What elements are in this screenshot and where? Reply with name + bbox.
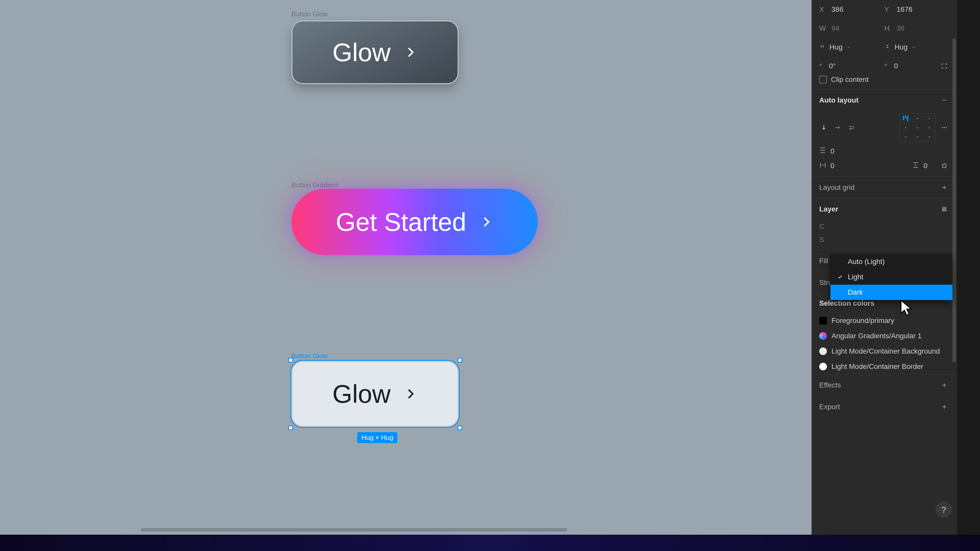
auto-layout-title: Auto layout [819,96,859,104]
dropdown-item-dark[interactable]: Dark [830,285,953,300]
chevron-right-icon [403,387,417,401]
x-value[interactable]: 386 [832,5,843,14]
chevron-down-icon[interactable] [846,43,851,51]
properties-panel: X386 Y1676 W94 H36 Hug Hug 0° 0 [811,0,957,535]
selection-handle-se[interactable] [458,426,462,430]
svg-point-2 [945,127,947,128]
swatch-container-border [819,363,827,370]
alignment-grid[interactable] [899,114,935,141]
direction-wrap-icon[interactable] [847,123,856,132]
horizontal-sizing[interactable]: Hug [829,43,842,51]
independent-corners-icon[interactable] [939,61,950,71]
vertical-padding-icon [912,162,919,170]
dropdown-auto-label: Auto (Light) [848,258,885,266]
dropdown-item-auto[interactable]: Auto (Light) [830,254,953,269]
color-angular-label: Angular Gradients/Angular 1 [832,332,921,340]
color-foreground-label: Foreground/primary [832,317,894,325]
add-effects-button[interactable] [939,380,950,390]
selection-handle-sw[interactable] [288,426,293,430]
swatch-container-bg [819,348,827,355]
rotation-icon [819,62,825,70]
chevron-right-icon [479,215,493,229]
w-value[interactable]: 94 [832,24,839,32]
horizontal-scrollbar[interactable] [141,528,567,532]
hidden-s: S [819,236,824,244]
clip-content-label: Clip content [831,76,869,84]
button-glow-light-text: Glow [332,380,391,409]
dropdown-dark-label: Dark [848,288,863,297]
horizontal-hug-icon [819,43,825,51]
effects-title: Effects [819,381,841,389]
direction-horizontal-icon[interactable] [833,123,842,132]
color-row-container-border[interactable]: Light Mode/Container Border [811,359,957,374]
svg-point-4 [942,207,944,209]
svg-point-6 [942,210,944,211]
color-row-foreground[interactable]: Foreground/primary [811,313,957,328]
button-glow-dark[interactable]: Glow [291,21,458,84]
right-gutter [957,0,980,535]
svg-point-0 [942,127,943,128]
selection-colors-title: Selection colors [819,299,874,307]
vertical-sizing[interactable]: Hug [894,43,907,51]
direction-vertical-icon[interactable] [819,123,829,132]
chevron-right-icon [403,45,417,59]
export-title: Export [819,403,840,411]
vertical-padding-value[interactable]: 0 [923,162,928,170]
horizontal-padding-icon [819,162,826,170]
add-export-button[interactable] [939,402,950,412]
button-glow-light[interactable]: Glow [291,361,458,427]
svg-point-1 [944,127,945,128]
remove-auto-layout-button[interactable] [939,95,950,105]
horizontal-padding-value[interactable]: 0 [830,162,835,170]
fill-title: Fill [819,257,829,265]
color-row-angular[interactable]: Angular Gradients/Angular 1 [811,328,957,344]
selection-handle-ne[interactable] [458,358,462,362]
frame-label-glow-dark: Button Glow [291,10,328,18]
selection-size-badge: Hug × Hug [357,432,397,443]
design-canvas[interactable]: Button Glow Glow Button Gradient Get Sta… [0,0,811,535]
gap-value[interactable]: 0 [830,147,835,156]
chevron-down-icon[interactable] [912,43,916,51]
independent-padding-icon[interactable] [939,161,950,171]
svg-point-5 [945,207,946,209]
swatch-foreground [819,317,827,324]
auto-layout-more-icon[interactable] [939,122,950,133]
y-value[interactable]: 1676 [897,5,912,14]
layer-title: Layer [819,205,838,213]
appearance-dropdown: Auto (Light) Light Dark [830,254,953,300]
corner-radius-icon [884,62,890,70]
y-label: Y [884,5,892,14]
w-label: W [819,24,827,32]
layer-style-icon[interactable] [939,204,950,214]
h-label: H [884,24,892,32]
help-button[interactable]: ? [935,502,952,518]
rotation-value[interactable]: 0° [829,62,836,70]
button-gradient-text: Get Started [336,207,466,237]
hidden-c: C [819,222,824,230]
corner-value[interactable]: 0 [894,62,898,70]
color-container-border-label: Light Mode/Container Border [832,362,923,371]
frame-label-gradient: Button Gradient [291,181,338,189]
taskbar [0,535,980,551]
add-layout-grid-button[interactable] [939,183,950,192]
swatch-angular [819,332,827,340]
clip-content-checkbox[interactable] [819,76,827,83]
color-row-container-bg[interactable]: Light Mode/Container Background [811,344,957,359]
h-value[interactable]: 36 [897,24,904,32]
button-gradient[interactable]: Get Started [291,189,538,255]
gap-icon [819,147,826,156]
button-glow-dark-text: Glow [332,38,391,67]
color-container-bg-label: Light Mode/Container Background [832,347,940,355]
x-label: X [819,5,827,14]
check-icon [837,274,844,280]
dropdown-light-label: Light [848,273,863,281]
svg-rect-3 [943,164,946,168]
layout-grid-title: Layout grid [819,183,855,192]
frame-label-glow-light-selected: Button Glow [291,352,328,360]
svg-point-7 [945,210,946,211]
dropdown-item-light[interactable]: Light [830,269,953,285]
vertical-hug-icon [884,43,891,51]
